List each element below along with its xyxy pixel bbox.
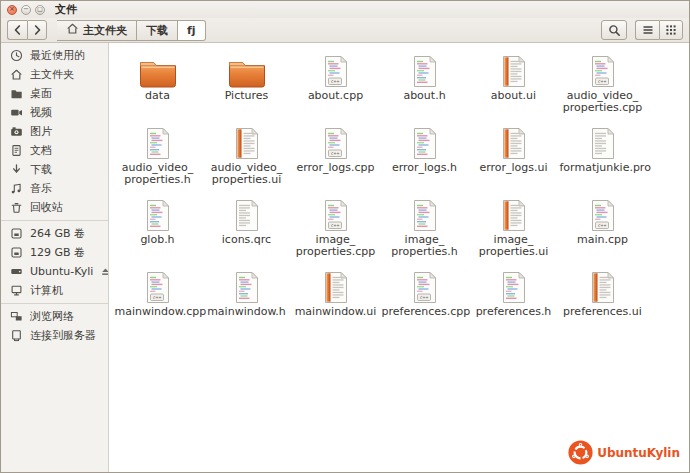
file-item[interactable]: error_​logs.ui: [469, 120, 558, 186]
file-item[interactable]: image_​properties.ui: [469, 192, 558, 258]
sidebar-item[interactable]: 音乐: [1, 179, 108, 198]
navigation-buttons: [7, 20, 47, 40]
file-item[interactable]: image_​properties.h: [380, 192, 469, 258]
file-grid: data Pictures c++ about.cpp about.h abou…: [110, 43, 689, 318]
file-name: main.cpp: [577, 234, 628, 246]
file-item[interactable]: c++ error_​logs.cpp: [291, 120, 380, 186]
network-icon: [10, 310, 23, 323]
ui-icon: [501, 120, 527, 160]
file-item[interactable]: data: [113, 48, 202, 114]
svg-text:c++: c++: [330, 151, 339, 156]
ubuntukylin-branding: UbuntuKylin: [568, 440, 680, 465]
sidebar-item-label: 图片: [30, 124, 52, 139]
file-item[interactable]: c++ preferences.cpp: [380, 264, 469, 318]
list-view-button[interactable]: [635, 20, 659, 40]
sidebar-item[interactable]: Ubuntu-Kyli: [1, 262, 108, 281]
sidebar-item[interactable]: 129 GB 卷: [1, 243, 108, 262]
file-item[interactable]: error_​logs.h: [380, 120, 469, 186]
file-item[interactable]: formatjunkie.pro: [558, 120, 647, 186]
file-item[interactable]: about.ui: [469, 48, 558, 114]
file-name: about.h: [403, 90, 445, 102]
breadcrumb-button[interactable]: 主文件夹: [57, 20, 137, 41]
ui-icon: [501, 48, 527, 88]
svg-text:c++: c++: [597, 223, 606, 228]
file-item[interactable]: preferences.ui: [558, 264, 647, 318]
eject-icon[interactable]: [100, 266, 109, 277]
download-arrow-icon: [10, 163, 23, 176]
file-item[interactable]: c++ image_​properties.cpp: [291, 192, 380, 258]
sidebar-item[interactable]: 连接到服务器: [1, 326, 108, 345]
file-item[interactable]: Pictures: [202, 48, 291, 114]
file-item[interactable]: c++ audio_​video_​properties.cpp: [558, 48, 647, 114]
file-item[interactable]: mainwindow.h: [202, 264, 291, 318]
sidebar-item[interactable]: 浏览网络: [1, 307, 108, 326]
svg-text:c++: c++: [419, 295, 428, 300]
sidebar-item[interactable]: 桌面: [1, 84, 108, 103]
sidebar-item-label: 264 GB 卷: [30, 226, 85, 241]
ui-icon: [234, 120, 260, 160]
file-item[interactable]: c++ about.cpp: [291, 48, 380, 114]
file-item[interactable]: audio_​video_​properties.h: [113, 120, 202, 186]
volume-icon: [10, 246, 23, 259]
file-name: image_​properties.h: [382, 234, 468, 258]
ui-icon: [323, 264, 349, 304]
file-item[interactable]: icons.qrc: [202, 192, 291, 258]
file-name: preferences.h: [476, 306, 552, 318]
file-name: preferences.ui: [563, 306, 642, 318]
file-item[interactable]: about.h: [380, 48, 469, 114]
breadcrumb-button[interactable]: 下载: [137, 20, 178, 41]
breadcrumb-label: fj: [187, 24, 196, 37]
file-item[interactable]: c++ main.cpp: [558, 192, 647, 258]
sidebar-item[interactable]: 回收站: [1, 198, 108, 217]
file-name: mainwindow.cpp: [115, 306, 201, 318]
file-item[interactable]: preferences.h: [469, 264, 558, 318]
sidebar-item[interactable]: 文档: [1, 141, 108, 160]
sidebar-item[interactable]: 下载: [1, 160, 108, 179]
folder-icon: [138, 48, 178, 88]
sidebar-item-label: Ubuntu-Kyli: [30, 265, 93, 278]
music-notes-icon: [10, 182, 23, 195]
breadcrumb-button[interactable]: fj: [178, 20, 206, 41]
close-window-button[interactable]: ×: [7, 5, 17, 15]
sidebar-separator: [1, 220, 108, 221]
menubar: × − ◻ 文件: [1, 1, 689, 18]
minimize-window-button[interactable]: −: [21, 5, 31, 15]
file-manager-window: × − ◻ 文件 主文件夹 下载 fj: [0, 0, 690, 473]
sidebar-item[interactable]: 视频: [1, 103, 108, 122]
sidebar-item[interactable]: 图片: [1, 122, 108, 141]
back-button[interactable]: [7, 20, 27, 40]
file-name: icons.qrc: [222, 234, 271, 246]
file-name: mainwindow.h: [207, 306, 286, 318]
clock-icon: [10, 49, 23, 62]
file-item[interactable]: c++ mainwindow.cpp: [113, 264, 202, 318]
forward-button[interactable]: [27, 20, 47, 40]
breadcrumb-label: 主文件夹: [83, 23, 127, 38]
file-item[interactable]: audio_​video_​properties.ui: [202, 120, 291, 186]
grid-view-button[interactable]: [659, 20, 683, 40]
svg-text:c++: c++: [152, 295, 161, 300]
file-name: about.cpp: [308, 90, 363, 102]
sidebar-item-label: 129 GB 卷: [30, 245, 85, 260]
file-item[interactable]: glob.h: [113, 192, 202, 258]
sidebar-item[interactable]: 主文件夹: [1, 65, 108, 84]
sidebar-item[interactable]: 264 GB 卷: [1, 224, 108, 243]
desktop-folder-icon: [10, 87, 23, 100]
file-name: glob.h: [140, 234, 174, 246]
file-name: Pictures: [225, 90, 269, 102]
file-name: error_​logs.cpp: [296, 162, 374, 174]
svg-text:c++: c++: [597, 79, 606, 84]
sidebar-item[interactable]: 最近使用的: [1, 46, 108, 65]
search-button[interactable]: [601, 20, 627, 40]
h-icon: [501, 264, 527, 304]
file-name: data: [145, 90, 170, 102]
sidebar-item-label: 文档: [30, 143, 52, 158]
harddisk-icon: [10, 265, 23, 278]
file-name: audio_​video_​properties.h: [115, 162, 201, 186]
sidebar-item[interactable]: 计算机: [1, 281, 108, 300]
file-name: formatjunkie.pro: [560, 162, 646, 174]
plain-icon: [590, 120, 616, 160]
file-name: preferences.cpp: [382, 306, 468, 318]
server-icon: [10, 329, 23, 342]
file-item[interactable]: mainwindow.ui: [291, 264, 380, 318]
maximize-window-button[interactable]: ◻: [35, 5, 45, 15]
